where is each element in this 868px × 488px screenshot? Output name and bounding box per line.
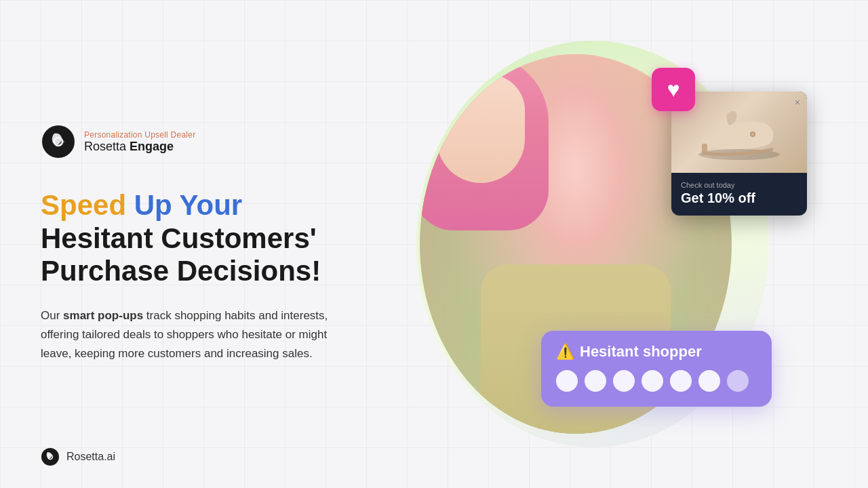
hesitant-shopper-card: ⚠️ Hesitant shopper (541, 331, 772, 407)
popup-check-out-label: Check out today (681, 181, 797, 189)
popup-close-button[interactable]: × (795, 97, 800, 108)
dot-5 (670, 370, 692, 392)
warning-icon: ⚠️ (556, 343, 574, 361)
logo-name: Rosetta Engage (84, 140, 195, 154)
svg-point-5 (751, 133, 754, 136)
dot-6 (698, 370, 720, 392)
logo-area: Personalization Upsell Dealer Rosetta En… (41, 124, 366, 159)
dot-1 (556, 370, 578, 392)
progress-dots (556, 370, 757, 392)
page-wrapper: Personalization Upsell Dealer Rosetta En… (0, 0, 868, 488)
heart-button[interactable]: ♥ (652, 68, 695, 111)
hesitant-label-row: ⚠️ Hesitant shopper (556, 343, 757, 361)
main-headline: Speed Up Your Hesitant Customers' Purcha… (41, 189, 366, 287)
headline-up-your: Up Your (134, 189, 242, 221)
logo-text-block: Personalization Upsell Dealer Rosetta En… (84, 130, 195, 154)
headline-speed: Speed (41, 189, 126, 221)
heart-icon: ♥ (667, 77, 680, 102)
face (437, 75, 525, 183)
dot-2 (585, 370, 606, 392)
rosetta-logo-icon (41, 124, 76, 159)
popup-content: Check out today Get 10% off (671, 173, 807, 216)
description-bold: smart pop-ups (63, 309, 143, 322)
dot-3 (613, 370, 635, 392)
hesitant-shopper-text: Hesitant shopper (580, 343, 702, 361)
popup-discount-value: Get 10% off (681, 190, 797, 206)
right-panel: ♥ × (393, 27, 827, 461)
discount-popup[interactable]: × Chec (671, 92, 807, 216)
shoe-icon (692, 102, 787, 163)
dot-4 (642, 370, 663, 392)
description-text: Our smart pop-ups track shopping habits … (41, 306, 353, 363)
logo-tagline: Personalization Upsell Dealer (84, 130, 195, 140)
left-panel: Personalization Upsell Dealer Rosetta En… (41, 124, 393, 363)
dot-7 (727, 370, 749, 392)
